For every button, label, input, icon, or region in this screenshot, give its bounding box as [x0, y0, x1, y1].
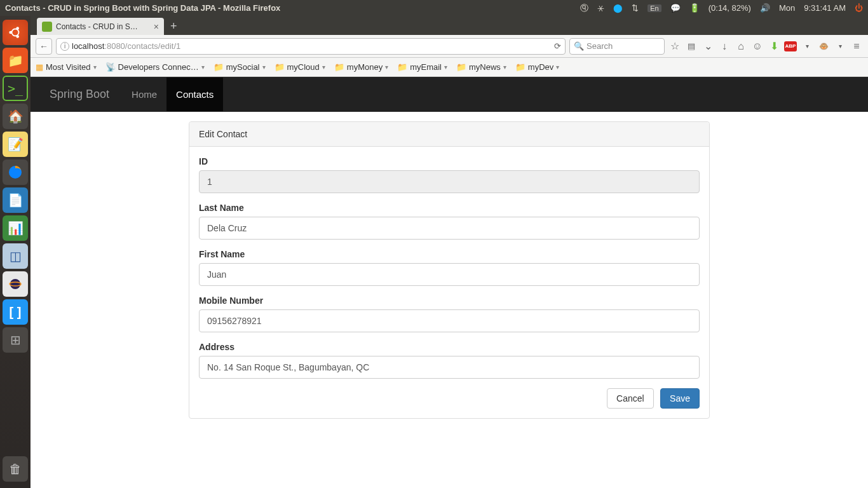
bluetooth-icon[interactable]: ⚹ [597, 3, 604, 13]
url-bar[interactable]: i localhost:8080/contacts/edit/1 ⟳ [56, 38, 566, 55]
browser-tab[interactable]: Contacts - CRUD in S… × [37, 18, 164, 35]
svg-point-0 [12, 29, 19, 36]
workspace-switcher-icon[interactable]: ⊞ [3, 327, 28, 353]
virtualbox-icon[interactable]: ◫ [3, 243, 28, 269]
firstname-label: First Name [199, 249, 700, 259]
search-bar[interactable]: 🔍 Search [569, 38, 665, 55]
greasemonkey-icon[interactable]: 🐵 [817, 40, 830, 53]
system-bar: Contacts - CRUD in Spring Boot with Spri… [0, 0, 868, 16]
adblock-icon[interactable]: ABP [784, 41, 797, 51]
save-button[interactable]: Save [660, 388, 700, 409]
clock-day: Mon [779, 3, 795, 13]
files-icon[interactable]: 📁 [3, 48, 28, 73]
bookmark-myemail[interactable]: 📁myEmail▾ [397, 62, 447, 72]
downloads-icon[interactable]: ↓ [718, 40, 731, 53]
chevron-down-icon: ▾ [503, 64, 506, 71]
reload-icon[interactable]: ⟳ [554, 41, 561, 51]
chevron-down-icon: ▾ [262, 64, 266, 71]
messages-icon[interactable]: 💬 [670, 3, 681, 13]
chevron-down-icon: ▾ [322, 64, 325, 71]
dropdown-icon[interactable]: ▾ [801, 40, 813, 53]
bookmark-mysocial[interactable]: 📁mySocial▾ [214, 62, 266, 72]
brand[interactable]: Spring Boot [50, 88, 109, 101]
nav-contacts[interactable]: Contacts [166, 78, 223, 111]
mobile-input[interactable] [199, 309, 700, 332]
address-label: Address [199, 342, 700, 352]
window-title: Contacts - CRUD in Spring Boot with Spri… [5, 3, 580, 13]
bookmark-mynews[interactable]: 📁myNews▾ [456, 62, 506, 72]
download-arrow-icon[interactable]: ⬇ [768, 40, 780, 53]
qb-icon[interactable]: ⓠ [580, 3, 588, 14]
folder-icon: 📁 [214, 62, 224, 72]
terminal-icon[interactable]: >_ [3, 76, 28, 101]
brackets-icon[interactable]: [ ] [3, 299, 28, 325]
browser-window: Contacts - CRUD in S… × + ← i localhost:… [31, 16, 868, 488]
text-editor-icon[interactable]: 📝 [3, 132, 28, 157]
container: Edit Contact ID Last Name First Name [189, 121, 710, 419]
svg-point-1 [9, 31, 12, 34]
page-content: Spring Boot Home Contacts Edit Contact I… [31, 77, 868, 488]
pocket-icon[interactable]: ⌄ [702, 40, 714, 53]
svg-point-5 [10, 279, 20, 289]
power-icon[interactable]: ⏻ [855, 3, 863, 13]
battery-text: (0:14, 82%) [709, 3, 751, 13]
url-path: :8080/contacts/edit/1 [104, 41, 180, 51]
language-indicator[interactable]: En [648, 4, 661, 12]
library-icon[interactable]: ▤ [685, 40, 698, 53]
bookmark-mydev[interactable]: 📁myDev▾ [515, 62, 559, 72]
back-button[interactable]: ← [36, 38, 52, 55]
writer-icon[interactable]: 📄 [3, 187, 28, 213]
bookmark-mymoney[interactable]: 📁myMoney▾ [334, 62, 388, 72]
firefox-icon[interactable] [3, 159, 28, 185]
launcher: 📁 >_ 🏠 📝 📄 📊 ◫ [ ] ⊞ 🗑 [0, 16, 31, 488]
folder-icon: 📁 [456, 62, 466, 72]
lastname-input[interactable] [199, 217, 700, 240]
chevron-down-icon: ▾ [201, 64, 205, 71]
nav-bar: ← i localhost:8080/contacts/edit/1 ⟳ 🔍 S… [31, 35, 868, 58]
search-icon: 🔍 [574, 41, 584, 51]
menu-icon[interactable]: ≡ [850, 40, 863, 53]
trash-icon[interactable]: 🗑 [3, 456, 28, 482]
firstname-input[interactable] [199, 263, 700, 286]
panel-body: ID Last Name First Name Mobile Number [189, 147, 709, 418]
bookmark-star-icon[interactable]: ☆ [668, 40, 681, 53]
home-icon[interactable]: ⌂ [735, 40, 747, 53]
sync-icon[interactable]: ⬤ [613, 3, 623, 13]
tab-title: Contacts - CRUD in S… [56, 22, 138, 31]
battery-icon[interactable]: 🔋 [689, 3, 700, 13]
bookmark-mycloud[interactable]: 📁myCloud▾ [275, 62, 325, 72]
id-input [199, 170, 700, 193]
chevron-down-icon: ▾ [385, 64, 388, 71]
form-group-firstname: First Name [199, 249, 700, 286]
home-folder-icon[interactable]: 🏠 [3, 104, 28, 129]
ubuntu-dash-icon[interactable] [3, 20, 28, 45]
id-label: ID [199, 156, 700, 166]
bookmark-most-visited[interactable]: ▦Most Visited▾ [36, 62, 97, 72]
chevron-down-icon: ▾ [93, 64, 97, 71]
form-group-address: Address [199, 342, 700, 379]
edit-contact-panel: Edit Contact ID Last Name First Name [189, 121, 710, 419]
network-icon[interactable]: ⇅ [632, 3, 639, 13]
favicon-icon [42, 22, 52, 32]
volume-icon[interactable]: 🔊 [760, 3, 770, 13]
bookmark-developers[interactable]: 📡Developers Connec…▾ [105, 62, 205, 72]
new-tab-button[interactable]: + [164, 18, 184, 35]
dropdown-icon-2[interactable]: ▾ [834, 40, 846, 53]
folder-icon: ▦ [36, 62, 43, 72]
button-row: Cancel Save [199, 388, 700, 409]
close-tab-icon[interactable]: × [154, 22, 159, 32]
cancel-button[interactable]: Cancel [607, 388, 654, 409]
rss-icon: 📡 [105, 62, 116, 72]
eclipse-icon[interactable] [3, 271, 28, 297]
panel-heading: Edit Contact [189, 122, 709, 147]
calc-icon[interactable]: 📊 [3, 215, 28, 241]
chevron-down-icon: ▾ [556, 64, 559, 71]
folder-icon: 📁 [275, 62, 285, 72]
chat-icon[interactable]: ☺ [751, 40, 764, 53]
nav-home[interactable]: Home [122, 78, 166, 111]
site-info-icon[interactable]: i [60, 42, 69, 51]
address-input[interactable] [199, 356, 700, 379]
app-navbar: Spring Boot Home Contacts [31, 77, 868, 112]
tab-bar: Contacts - CRUD in S… × + [31, 16, 868, 35]
svg-point-3 [16, 35, 19, 38]
